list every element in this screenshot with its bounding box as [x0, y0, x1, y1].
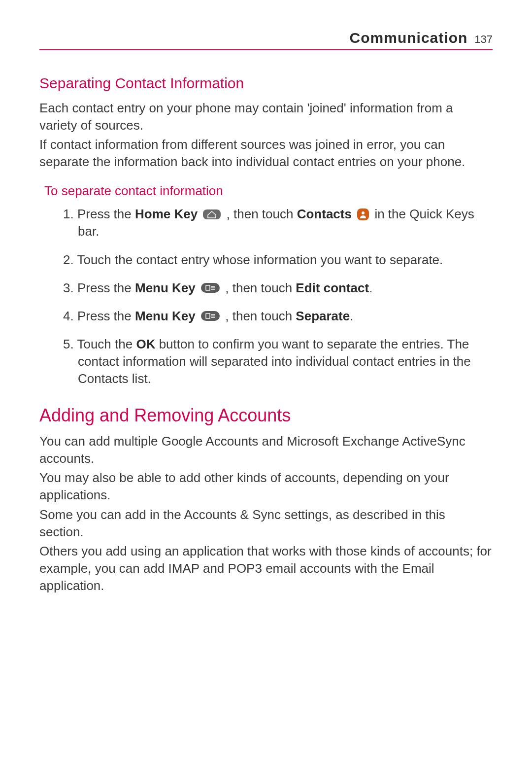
page-number: 137 — [474, 33, 493, 46]
step-item: 4. Press the Menu Key , then touch Separ… — [63, 308, 493, 325]
steps-list: 1. Press the Home Key , then touch Conta… — [39, 206, 493, 387]
section-heading-separating: Separating Contact Information — [39, 75, 493, 92]
document-page: Communication 137 Separating Contact Inf… — [0, 0, 532, 765]
button-name-ok: OK — [136, 337, 155, 351]
step-item: 1. Press the Home Key , then touch Conta… — [63, 206, 493, 240]
action-name-separate: Separate — [296, 309, 350, 323]
step-text: Press the — [77, 207, 135, 221]
step-text: . — [369, 280, 372, 295]
paragraph: Each contact entry on your phone may con… — [39, 100, 493, 134]
key-name-contacts: Contacts — [297, 207, 352, 221]
action-name-edit: Edit contact — [296, 280, 369, 295]
key-name-menu: Menu Key — [135, 309, 196, 323]
paragraph: You may also be able to add other kinds … — [39, 469, 493, 504]
step-text: . — [350, 309, 353, 323]
step-text: , then touch — [223, 207, 297, 221]
step-text: Press the — [77, 309, 135, 323]
subsection-heading-separate: To separate contact information — [44, 183, 493, 199]
step-number: 4. — [63, 309, 77, 323]
paragraph: Others you add using an application that… — [39, 543, 493, 594]
step-number: 3. — [63, 280, 77, 295]
paragraph: Some you can add in the Accounts & Sync … — [39, 506, 493, 541]
contacts-icon — [357, 209, 369, 220]
step-item: 2. Touch the contact entry whose informa… — [63, 251, 493, 269]
section-heading-accounts: Adding and Removing Accounts — [39, 405, 493, 426]
home-key-icon — [203, 209, 221, 219]
step-number: 1. — [63, 207, 77, 221]
menu-key-icon — [201, 311, 220, 321]
step-item: 5. Touch the OK button to confirm you wa… — [63, 336, 493, 387]
paragraph: You can add multiple Google Accounts and… — [39, 433, 493, 467]
svg-rect-5 — [206, 313, 210, 318]
chapter-title: Communication — [350, 30, 468, 46]
svg-point-0 — [362, 211, 365, 214]
key-name-home: Home Key — [135, 207, 198, 221]
page-header: Communication 137 — [39, 30, 493, 50]
step-text: , then touch — [222, 280, 296, 295]
paragraph: If contact information from different so… — [39, 136, 493, 171]
menu-key-icon — [201, 283, 220, 293]
svg-rect-1 — [206, 285, 210, 290]
step-text: Touch the contact entry whose informatio… — [77, 252, 443, 267]
step-text: , then touch — [222, 309, 296, 323]
step-number: 2. — [63, 252, 77, 267]
step-text: Touch the — [77, 337, 136, 351]
step-text: Press the — [77, 280, 135, 295]
step-number: 5. — [63, 337, 77, 351]
key-name-menu: Menu Key — [135, 280, 196, 295]
step-item: 3. Press the Menu Key , then touch Edit … — [63, 279, 493, 297]
